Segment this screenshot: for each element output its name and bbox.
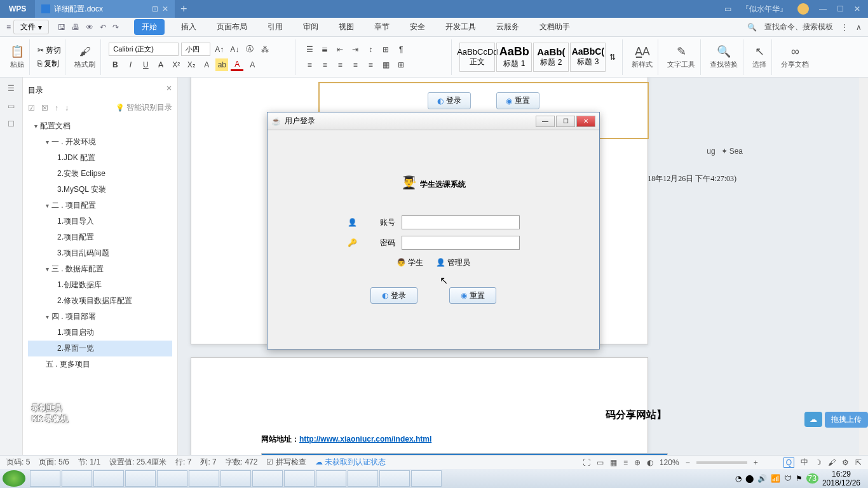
vertical-scrollbar[interactable]: [859, 78, 868, 455]
toc-item[interactable]: 3.MySQL 安装: [28, 182, 172, 198]
shrink-font-icon[interactable]: A↓: [228, 43, 241, 56]
align-right-button[interactable]: ≡: [334, 58, 346, 71]
toc-collapse-icon[interactable]: ☒: [41, 104, 48, 112]
align-left-button[interactable]: ≡: [303, 58, 316, 71]
tab-insert[interactable]: 插入: [177, 19, 200, 35]
indent-button[interactable]: ⇥: [349, 43, 362, 56]
task-wps[interactable]: [379, 470, 410, 487]
start-button[interactable]: [3, 470, 25, 487]
tab-review[interactable]: 审阅: [299, 19, 322, 35]
grow-font-icon[interactable]: A↑: [213, 43, 226, 56]
italic-button[interactable]: I: [124, 58, 137, 71]
status-spell[interactable]: ☑ 拼写检查: [266, 457, 306, 468]
print-icon[interactable]: 🖶: [72, 23, 79, 32]
dialog-minimize-button[interactable]: —: [536, 116, 555, 127]
view-web-icon[interactable]: ⊕: [634, 458, 641, 467]
status-page[interactable]: 页面: 5/6: [39, 457, 69, 468]
password-input[interactable]: [402, 236, 520, 250]
style-heading2[interactable]: AaBb(标题 2: [533, 43, 569, 72]
upload-badge[interactable]: 拖拽上传: [825, 412, 868, 428]
styles-more-icon[interactable]: ⇅: [607, 53, 618, 62]
distribute-button[interactable]: ≡: [364, 58, 377, 71]
superscript-button[interactable]: X²: [170, 58, 182, 71]
settings-icon[interactable]: ⚙: [842, 458, 849, 467]
toc-item[interactable]: 1.JDK 配置: [28, 150, 172, 166]
bold-button[interactable]: B: [109, 58, 121, 71]
eye-protect-icon[interactable]: ◐: [647, 458, 653, 467]
close-button[interactable]: ✕: [854, 4, 860, 13]
zoom-slider[interactable]: [696, 461, 747, 464]
text-tools-button[interactable]: ✎文字工具: [662, 39, 701, 75]
status-auth[interactable]: ☁ 未获取到认证状态: [315, 457, 386, 468]
toc-item[interactable]: 2.项目配置: [28, 229, 172, 245]
justify-button[interactable]: ≡: [349, 58, 362, 71]
show-marks-button[interactable]: ¶: [395, 43, 407, 56]
outline-close-icon[interactable]: ✕: [166, 84, 172, 93]
task-chrome[interactable]: [157, 470, 187, 487]
toc-item[interactable]: 2.界面一览: [28, 341, 172, 356]
tab-start[interactable]: 开始: [134, 19, 165, 35]
user-avatar[interactable]: [797, 3, 809, 15]
tab-close-icon[interactable]: ✕: [162, 4, 168, 13]
task-notes[interactable]: [316, 470, 346, 487]
highlight-button[interactable]: ab: [215, 58, 228, 71]
new-style-button[interactable]: A̲A新样式: [627, 39, 658, 75]
role-student-radio[interactable]: 👨 学生: [397, 257, 423, 268]
search-placeholder[interactable]: 查找命令、搜索模板: [764, 22, 833, 32]
outdent-button[interactable]: ⇤: [334, 43, 346, 56]
subscript-button[interactable]: X₂: [185, 58, 198, 71]
moon-icon[interactable]: ☽: [815, 458, 822, 467]
style-normal[interactable]: AaBbCcDd正文: [459, 43, 495, 72]
style-heading3[interactable]: AaBbC(标题 3: [570, 43, 606, 72]
username-input[interactable]: [402, 215, 520, 229]
zoom-in-icon[interactable]: +: [754, 458, 758, 467]
task-app1[interactable]: [189, 470, 219, 487]
toc-down-icon[interactable]: ↓: [65, 104, 69, 112]
toc-expand-icon[interactable]: ☑: [28, 104, 35, 112]
find-replace-button[interactable]: 🔍查找替换: [705, 39, 743, 75]
align-center-button[interactable]: ≡: [318, 58, 331, 71]
maximize-button[interactable]: ☐: [837, 4, 844, 13]
nav-icon[interactable]: ☰: [8, 84, 15, 93]
task-intellij[interactable]: [220, 470, 251, 487]
tab-view[interactable]: 视图: [335, 19, 358, 35]
doc-url-link[interactable]: http://www.xiaoniucr.com/index.html: [299, 435, 431, 444]
toc-item[interactable]: ▾配置文档: [28, 118, 172, 134]
preview-icon[interactable]: 👁: [86, 23, 93, 32]
q-icon[interactable]: Q: [783, 458, 794, 468]
task-folder2[interactable]: [125, 470, 156, 487]
toc-item[interactable]: ▾四 . 项目部署: [28, 309, 172, 325]
clear-format-icon[interactable]: Ⓐ: [243, 43, 256, 56]
tab-reference[interactable]: 引用: [264, 19, 287, 35]
toc-item[interactable]: ▾三 . 数据库配置: [28, 261, 172, 277]
font-select[interactable]: Calibri (正文): [109, 43, 179, 56]
char-shade-button[interactable]: A: [246, 58, 259, 71]
ime-icon[interactable]: 中: [801, 457, 808, 468]
brush-icon2[interactable]: 🖌: [828, 458, 836, 467]
underline-button[interactable]: U: [139, 58, 152, 71]
line-spacing-button[interactable]: ↕: [364, 43, 377, 56]
char-case-icon[interactable]: ⁂: [259, 43, 271, 56]
task-cloud[interactable]: [284, 470, 315, 487]
font-size-select[interactable]: 小四: [181, 43, 210, 56]
task-java[interactable]: [411, 470, 442, 487]
font-color-button[interactable]: A: [231, 58, 243, 71]
zoom-value[interactable]: 120%: [660, 458, 679, 467]
tray-network-icon[interactable]: 📶: [771, 474, 780, 483]
user-name[interactable]: 『似水年华』: [742, 4, 787, 15]
tab-chapter[interactable]: 章节: [370, 19, 393, 35]
redo-icon[interactable]: ↷: [112, 23, 119, 32]
toc-item[interactable]: 1.创建数据库: [28, 277, 172, 293]
numbering-button[interactable]: ≣: [318, 43, 331, 56]
reset-button[interactable]: ◉重置: [449, 287, 496, 304]
clock[interactable]: 16:292018/12/26: [822, 470, 860, 488]
dialog-close-button[interactable]: ✕: [576, 116, 595, 127]
layout-icon[interactable]: ▭: [724, 4, 731, 13]
toc-item[interactable]: 2.安装 Eclipse: [28, 166, 172, 182]
document-tab[interactable]: 详细配置.docx ⊡ ✕: [35, 0, 175, 18]
strike-button[interactable]: A̶: [154, 58, 167, 71]
borders-button[interactable]: ⊞: [395, 58, 407, 71]
hamburger-icon[interactable]: ≡: [6, 23, 11, 32]
task-wechat[interactable]: [62, 470, 92, 487]
bullets-button[interactable]: ☰: [303, 43, 316, 56]
